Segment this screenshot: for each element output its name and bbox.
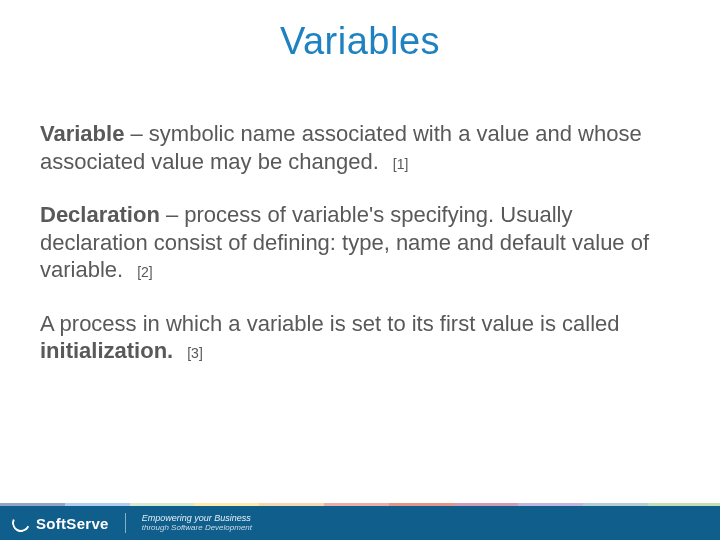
slide-title: Variables <box>0 20 720 63</box>
paragraph-declaration: Declaration – process of variable's spec… <box>40 201 680 284</box>
footer-brand: SoftServe <box>36 515 109 532</box>
softserve-logo-icon <box>9 511 32 534</box>
slide: Variables Variable – symbolic name assoc… <box>0 0 720 540</box>
footer-logo-block: SoftServe Empowering your Business throu… <box>0 513 252 533</box>
term-initialization: initialization. <box>40 338 173 363</box>
paragraph-initialization: A process in which a variable is set to … <box>40 310 680 365</box>
paragraph-variable: Variable – symbolic name associated with… <box>40 120 680 175</box>
term-declaration: Declaration <box>40 202 160 227</box>
term-variable: Variable <box>40 121 124 146</box>
sep: – <box>124 121 148 146</box>
footer-bar: SoftServe Empowering your Business throu… <box>0 506 720 540</box>
footer-divider <box>125 513 126 533</box>
sep: – <box>160 202 184 227</box>
slide-content: Variable – symbolic name associated with… <box>40 120 680 391</box>
definition-initialization-pre: A process in which a variable is set to … <box>40 311 620 336</box>
tagline-line-2: through Software Development <box>142 524 252 532</box>
footer-tagline: Empowering your Business through Softwar… <box>142 514 252 532</box>
citation-2: [2] <box>137 264 153 280</box>
citation-1: [1] <box>393 156 409 172</box>
citation-3: [3] <box>187 345 203 361</box>
